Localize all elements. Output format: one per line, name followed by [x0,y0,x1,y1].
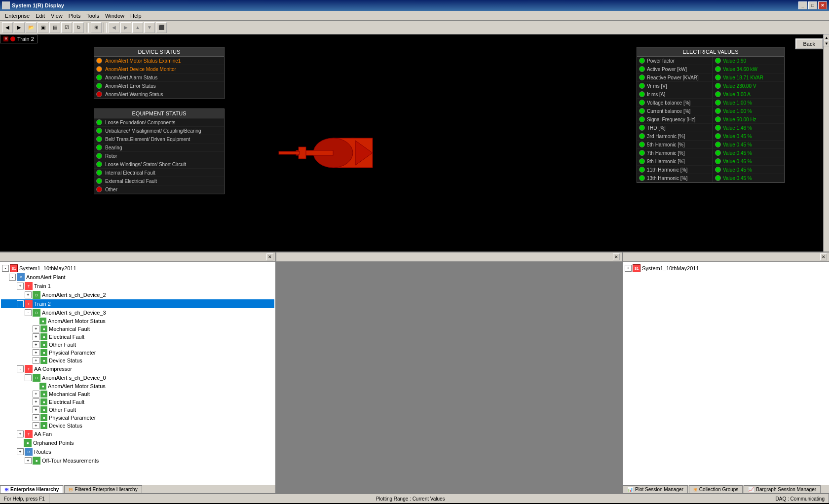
tab-collection-groups[interactable]: ⊞ Collection Groups [689,485,743,493]
tab-bargraph-session[interactable]: 📈 Bargraph Session Manager [744,485,821,493]
tree-node-motorstatus2[interactable]: ■ AnomAlert Motor Status [1,382,274,390]
toolbar-btn-6[interactable]: ☑ [61,22,72,33]
menu-tools[interactable]: Tools [83,12,102,20]
tree-node-device3[interactable]: - D AnomAlert s_ch_Device_3 [1,308,274,317]
toolbar-btn-1[interactable]: ◀ [2,22,13,33]
tree-expander-plant[interactable]: - [9,274,16,281]
tree-node-orphaned[interactable]: ■ Orphaned Points [1,438,274,447]
elec-row-6[interactable]: Current balance [%] Value 1.00 % [637,107,784,115]
toolbar-btn-13[interactable]: ⬛ [156,22,167,33]
tree-expander-routes[interactable]: + [17,448,24,455]
right-tree-container[interactable]: + S1 System1_10thMay2011 [623,262,829,485]
maximize-button[interactable]: □ [808,1,817,9]
toolbar-btn-4[interactable]: ▣ [38,22,48,33]
tree-node-device0[interactable]: - D AnomAlert s_ch_Device_0 [1,373,274,382]
elec-row-0[interactable]: Power factor Value 0.90 [637,57,784,65]
device-row-2[interactable]: AnomAlert Alarm Status [94,73,224,82]
equip-row-4[interactable]: Rotor [94,152,224,160]
tree-expander-device0[interactable]: - [25,374,32,381]
device-row-3[interactable]: AnomAlert Error Status [94,82,224,90]
tree-node-devstatus2[interactable]: + ■ Device Status [1,422,274,430]
tree-node-fan[interactable]: + T AA Fan [1,430,274,438]
elec-row-7[interactable]: Signal Frequency [Hz] Value 50.00 Hz [637,115,784,124]
elec-row-4[interactable]: Ir ms [A] Value 3.00 A [637,90,784,99]
menu-enterprise[interactable]: Enterprise [2,12,33,20]
tree-node-compressor[interactable]: - T AA Compressor [1,364,274,373]
toolbar-btn-9[interactable]: ◀ [109,22,119,33]
menu-edit[interactable]: Edit [33,12,48,20]
tree-node-plant[interactable]: - P AnomAlert Plant [1,273,274,282]
tree-expander-compressor[interactable]: - [17,365,24,372]
tree-expander-offtour[interactable]: + [25,457,32,464]
tree-node-mechfault2[interactable]: + ■ Mechanical Fault [1,390,274,398]
tree-expander-device3[interactable]: - [25,309,32,316]
tree-expander-devstatus2[interactable]: + [33,422,39,429]
tree-expander-train2[interactable]: - [17,300,24,307]
tab-filtered-hierarchy[interactable]: ⊟ Filtered Enterprise Hierarchy [64,485,142,493]
device-row-1[interactable]: AnomAlert Device Mode Monitor [94,65,224,73]
right-tree-expander-system[interactable]: + [625,265,632,272]
right-pane-close[interactable]: ✕ [820,253,827,260]
scroll-down-arrow[interactable]: ▼ [824,40,829,46]
tree-node-device2[interactable]: + D AnomAlert s_ch_Device_2 [1,290,274,299]
menu-help[interactable]: Help [127,12,145,20]
menu-plots[interactable]: Plots [66,12,83,20]
device-row-4[interactable]: AnomAlert Warning Status [94,90,224,99]
menu-view[interactable]: View [48,12,66,20]
tree-node-offtour[interactable]: + ■ Off-Tour Measurements [1,456,274,465]
equip-row-1[interactable]: Unbalance/ Misalignment/ Coupling/Bearin… [94,127,224,135]
tab-plot-session[interactable]: 📊 Plot Session Manager [623,485,688,493]
toolbar-btn-8[interactable]: ⊞ [91,22,102,33]
equip-row-2[interactable]: Belt/ Trans.Element/ Driven Equipment [94,135,224,144]
mid-pane-close[interactable]: ✕ [613,253,620,260]
tree-expander-system1[interactable]: - [2,265,9,272]
left-pane-close[interactable]: ✕ [266,253,273,260]
tree-node-system1[interactable]: - S1 System1_10thMay2011 [1,264,274,273]
tree-expander-elecfault[interactable]: + [33,333,39,340]
close-button[interactable]: ✕ [818,1,827,9]
equip-row-6[interactable]: Internal Electrical Fault [94,169,224,177]
tree-expander-elecfault2[interactable]: + [33,398,39,405]
right-tree-node-system[interactable]: + S1 System1_10thMay2011 [624,264,828,273]
toolbar-btn-12[interactable]: ▼ [144,22,155,33]
elec-row-14[interactable]: 13th Harmonic [%] Value 0.45 % [637,174,784,182]
elec-row-10[interactable]: 5th Harmonic [%] Value 0.45 % [637,141,784,149]
equip-row-0[interactable]: Loose Foundation/ Components [94,118,224,127]
elec-row-8[interactable]: THD [%] Value 1.46 % [637,124,784,132]
equip-row-5[interactable]: Loose Windings/ Stator/ Short Circuit [94,160,224,169]
tree-expander-physparam2[interactable]: + [33,414,39,421]
tree-node-train1[interactable]: + T Train 1 [1,282,274,290]
menu-window[interactable]: Window [102,12,127,20]
tree-expander-fan[interactable]: + [17,431,24,437]
elec-row-1[interactable]: Active Power [kW] Value 34.60 kW [637,65,784,73]
tree-node-elecfault[interactable]: + ■ Electrical Fault [1,333,274,341]
device-row-0[interactable]: AnomAlert Motor Status Examine1 [94,57,224,65]
tab-close-icon[interactable]: ✕ [3,36,8,41]
tab-enterprise-hierarchy[interactable]: ⊞ Enterprise Hierarchy [0,485,63,493]
tree-expander-otherfault[interactable]: + [33,341,39,348]
back-button[interactable]: Back [795,38,823,49]
elec-row-2[interactable]: Reactive Power [KVAR] Value 18.71 KVAR [637,73,784,82]
tree-node-devstatus[interactable]: + ■ Device Status [1,357,274,364]
tree-node-physparam2[interactable]: + ■ Physical Parameter [1,414,274,422]
elec-row-11[interactable]: 7th Harmonic [%] Value 0.45 % [637,149,784,157]
elec-row-3[interactable]: Vr ms [V] Value 230.00 V [637,82,784,90]
toolbar-btn-2[interactable]: ▶ [14,22,25,33]
tree-node-train2[interactable]: - T Train 2 [1,299,274,308]
tree-expander-mechfault2[interactable]: + [33,391,39,397]
tree-expander-devstatus[interactable]: + [33,357,39,364]
tree-node-elecfault2[interactable]: + ■ Electrical Fault [1,398,274,406]
equip-row-7[interactable]: External Electrical Fault [94,177,224,185]
toolbar-btn-3[interactable]: 📂 [26,22,37,33]
display-tab[interactable]: ✕ Train 2 [0,35,38,43]
equip-row-3[interactable]: Bearing [94,144,224,152]
tree-node-motorstatus[interactable]: ■ AnomAlert Motor Status [1,317,274,325]
elec-row-13[interactable]: 11th Harmonic [%] Value 0.45 % [637,166,784,174]
elec-row-9[interactable]: 3rd Harmonic [%] Value 0.45 % [637,132,784,141]
equip-row-8[interactable]: Other [94,185,224,194]
tree-container[interactable]: - S1 System1_10thMay2011 - P AnomAlert P… [0,262,275,485]
toolbar-btn-5[interactable]: ▤ [49,22,60,33]
elec-row-5[interactable]: Voltage balance [%] Value 1.00 % [637,99,784,107]
tree-node-otherfault[interactable]: + ■ Other Fault [1,341,274,349]
tree-expander-physparam[interactable]: + [33,349,39,356]
